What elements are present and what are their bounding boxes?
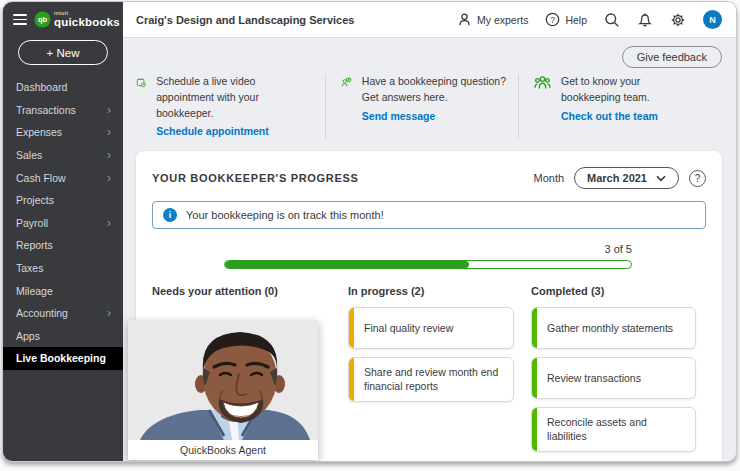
new-button[interactable]: + New — [18, 40, 108, 65]
sidebar-item-mileage[interactable]: Mileage — [3, 279, 123, 302]
quick-links-row: Schedule a live video appointment with y… — [136, 74, 722, 139]
notifications-button[interactable] — [637, 12, 653, 28]
column-in-progress: In progress (2) Final quality review Sha… — [348, 285, 531, 451]
task-card: Final quality review — [348, 307, 514, 349]
hamburger-menu-icon[interactable] — [13, 14, 27, 25]
quickbooks-wordmark: quickbooks — [54, 17, 120, 29]
panel-help-icon[interactable]: ? — [689, 170, 706, 187]
chevron-right-icon: › — [107, 172, 111, 184]
completed-accent-bar — [532, 408, 537, 450]
sidebar-item-live-bookkeeping[interactable]: Live Bookkeeping — [3, 347, 123, 370]
sidebar-nav: Dashboard Transactions› Expenses› Sales›… — [3, 76, 123, 370]
sidebar-item-expenses[interactable]: Expenses› — [3, 121, 123, 144]
sidebar-item-accounting[interactable]: Accounting› — [3, 302, 123, 325]
my-experts-button[interactable]: My experts — [457, 12, 528, 27]
panel-title: YOUR BOOKKEEPER'S PROGRESS — [152, 172, 359, 184]
month-dropdown[interactable]: March 2021 — [574, 167, 679, 189]
company-name: Craig's Design and Landscaping Services — [136, 14, 354, 26]
quick-link-team: Get to know your bookkeeping team. Check… — [518, 74, 681, 139]
search-button[interactable] — [604, 12, 620, 28]
give-feedback-button[interactable]: Give feedback — [622, 46, 722, 68]
gear-icon — [670, 12, 686, 28]
top-bar: Craig's Design and Landscaping Services … — [123, 2, 736, 38]
bell-icon — [637, 12, 653, 28]
sidebar-item-cash-flow[interactable]: Cash Flow› — [3, 166, 123, 189]
app-window: qb intuit quickbooks + New Dashboard Tra… — [2, 1, 737, 462]
progress-count-label: 3 of 5 — [224, 243, 632, 255]
sidebar-item-apps[interactable]: Apps — [3, 325, 123, 348]
chevron-right-icon: › — [107, 217, 111, 229]
quick-link-text: Get to know your bookkeeping team. — [561, 74, 681, 106]
month-label: Month — [533, 172, 564, 184]
quick-link-appointment: Schedule a live video appointment with y… — [136, 74, 325, 139]
completed-accent-bar — [532, 358, 537, 398]
team-icon — [534, 74, 551, 91]
chevron-right-icon: › — [107, 307, 111, 319]
chevron-right-icon: › — [107, 149, 111, 161]
banner-text: Your bookkeeping is on track this month! — [186, 209, 384, 221]
chevron-down-icon — [656, 175, 666, 182]
column-header: Needs your attention (0) — [152, 285, 348, 297]
task-card: Review transactions — [531, 357, 696, 399]
sidebar-item-transactions[interactable]: Transactions› — [3, 99, 123, 122]
sidebar-header: qb intuit quickbooks — [3, 2, 123, 33]
column-header: In progress (2) — [348, 285, 531, 297]
quickbooks-logo: qb intuit quickbooks — [34, 11, 120, 28]
sidebar-item-projects[interactable]: Projects — [3, 189, 123, 212]
user-avatar[interactable]: N — [703, 10, 722, 29]
task-card: Share and review month end financial rep… — [348, 357, 514, 401]
send-message-link[interactable]: Send message — [362, 110, 436, 122]
sidebar-item-dashboard[interactable]: Dashboard — [3, 76, 123, 99]
sidebar-item-taxes[interactable]: Taxes — [3, 257, 123, 280]
svg-text:?: ? — [551, 15, 556, 25]
quickbooks-agent-card: QuickBooks Agent — [128, 320, 318, 460]
completed-accent-bar — [532, 308, 537, 348]
month-dropdown-value: March 2021 — [587, 172, 647, 184]
quick-link-question: Have a bookkeeping question? Get answers… — [325, 74, 518, 139]
user-icon — [457, 12, 472, 27]
progress-section: 3 of 5 — [224, 243, 632, 269]
settings-button[interactable] — [670, 12, 686, 28]
quick-link-text: Have a bookkeeping question? Get answers… — [362, 74, 510, 106]
chevron-right-icon: › — [107, 126, 111, 138]
schedule-appointment-link[interactable]: Schedule appointment — [156, 125, 269, 137]
appointment-calendar-icon — [136, 74, 146, 91]
chevron-right-icon: › — [107, 104, 111, 116]
task-card: Gather monthly statements — [531, 307, 696, 349]
check-out-team-link[interactable]: Check out the team — [561, 110, 658, 122]
progress-bar-fill — [225, 261, 469, 268]
in-progress-accent-bar — [349, 308, 354, 348]
agent-caption: QuickBooks Agent — [128, 440, 318, 460]
info-icon: i — [163, 208, 177, 222]
progress-bar — [224, 260, 632, 269]
help-icon: ? — [545, 12, 560, 27]
sidebar: qb intuit quickbooks + New Dashboard Tra… — [3, 2, 123, 461]
task-card: Reconcile assets and liabilities — [531, 407, 696, 451]
agent-photo — [128, 320, 318, 440]
svg-text:qb: qb — [38, 15, 48, 24]
quick-link-text: Schedule a live video appointment with y… — [156, 74, 315, 121]
question-chat-icon — [341, 74, 352, 91]
search-icon — [604, 12, 620, 28]
column-completed: Completed (3) Gather monthly statements … — [531, 285, 706, 451]
on-track-banner: i Your bookkeeping is on track this mont… — [152, 201, 706, 229]
column-header: Completed (3) — [531, 285, 706, 297]
quickbooks-logo-icon: qb — [34, 11, 51, 28]
sidebar-item-sales[interactable]: Sales› — [3, 144, 123, 167]
in-progress-accent-bar — [349, 358, 354, 400]
help-button[interactable]: ? Help — [545, 12, 587, 27]
sidebar-item-payroll[interactable]: Payroll› — [3, 212, 123, 235]
sidebar-item-reports[interactable]: Reports — [3, 234, 123, 257]
